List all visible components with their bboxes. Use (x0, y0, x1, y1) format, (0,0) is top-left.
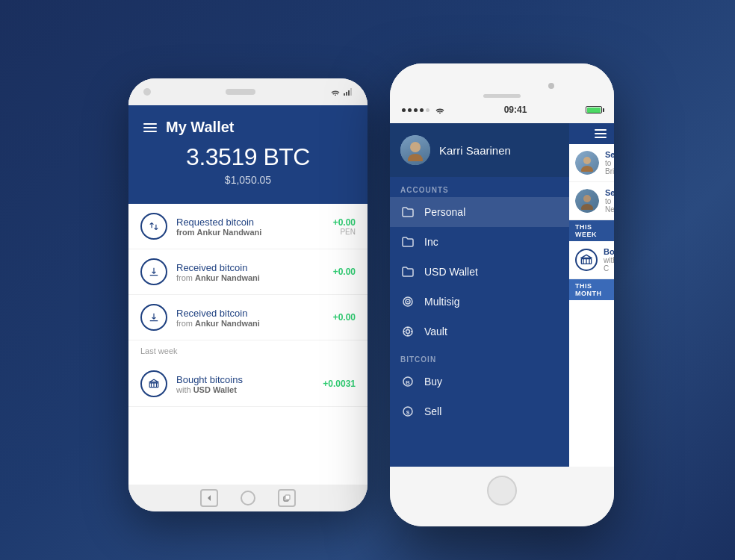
menu-icon[interactable] (143, 123, 157, 132)
signal-icon (344, 88, 353, 96)
tx-value: +0.00 (333, 217, 356, 228)
svg-point-12 (408, 154, 423, 161)
list-item[interactable]: Sent to New (569, 182, 614, 220)
tx-value: +0.00 (333, 267, 356, 277)
arrows-icon (149, 221, 159, 231)
folder-icon (400, 205, 415, 220)
tx-from-name: Ankur Nandwani (195, 319, 260, 328)
sidebar-item-label: USD Wallet (424, 266, 478, 278)
sidebar-item-vault[interactable]: Vault (390, 317, 569, 346)
list-item[interactable]: Sent to Bria (569, 144, 614, 182)
tx-details: Boug with C (604, 247, 608, 273)
tx-title: Boug (604, 247, 608, 256)
android-speaker (226, 89, 255, 95)
android-top-bar (128, 78, 368, 105)
svg-point-27 (581, 166, 593, 172)
svg-point-11 (410, 142, 421, 152)
folder-icon-2 (400, 234, 415, 249)
menu-icon-iphone[interactable] (595, 129, 607, 138)
tx-from-name: Ankur Nandwani (195, 273, 260, 282)
svg-rect-2 (348, 90, 350, 96)
tx-details: Received bitcoin from Ankur Nandwani (176, 308, 324, 328)
sidebar-item-label: Vault (424, 326, 447, 337)
sidebar-item-sell[interactable]: $ Sell (390, 396, 569, 426)
btc-balance: 3.3519 BTC (143, 143, 353, 171)
tx-amount: +0.00 (333, 267, 356, 277)
tx-title: Requested bitcoin (176, 217, 324, 228)
tx-from-name: USD Wallet (193, 385, 237, 394)
tx-from-name: Ankur Nandwani (197, 228, 262, 237)
tx-details: Received bitcoin from Ankur Nandwani (176, 262, 324, 282)
tx-from-label: from (176, 228, 194, 237)
android-nav-bar (128, 485, 368, 511)
tx-status: PEN (333, 228, 356, 236)
sidebar-item-usd-wallet[interactable]: USD Wallet (390, 257, 569, 287)
tx-amount: +0.00 (333, 312, 356, 323)
home-button-iphone[interactable] (487, 476, 517, 505)
week-label: Last week (128, 340, 368, 361)
svg-point-28 (583, 195, 591, 202)
wallet-header: My Wallet 3.3519 BTC $1,050.05 (128, 105, 368, 204)
user-name: Karri Saarinen (439, 144, 511, 157)
svg-point-17 (406, 330, 410, 334)
sidebar-item-buy[interactable]: B Buy (390, 367, 569, 396)
tx-subtitle: from Ankur Nandwani (176, 319, 324, 328)
tx-subtitle: with USD Wallet (176, 385, 314, 394)
buy-icon-circle (575, 249, 598, 271)
table-row[interactable]: Received bitcoin from Ankur Nandwani +0.… (128, 295, 368, 340)
svg-rect-10 (285, 495, 290, 500)
bank-icon (149, 379, 159, 389)
android-status-icons (330, 88, 353, 96)
table-row[interactable]: Received bitcoin from Ankur Nandwani +0.… (128, 249, 368, 295)
bitcoin-buy-icon: B (400, 374, 415, 389)
sidebar-item-label: Sell (424, 405, 441, 417)
request-icon (140, 213, 167, 240)
svg-rect-0 (344, 93, 345, 96)
tx-sub: to Bria (605, 159, 608, 175)
iphone-right-panel: Sent to Bria (569, 123, 614, 467)
sidebar-item-personal[interactable]: Personal (390, 197, 569, 227)
tx-sub: with C (604, 256, 608, 273)
android-screen: My Wallet 3.3519 BTC $1,050.05 Requ (128, 105, 368, 485)
multisig-icon (400, 294, 415, 309)
svg-point-29 (581, 204, 593, 210)
iphone: 09:41 (390, 63, 614, 526)
wallet-title: My Wallet (166, 119, 235, 136)
tx-title: Received bitcoin (176, 308, 324, 319)
buy-icon (140, 370, 167, 397)
svg-rect-3 (350, 88, 352, 96)
home-button[interactable] (241, 491, 255, 505)
svg-text:$: $ (406, 409, 410, 416)
tx-avatar-2 (575, 189, 599, 213)
iphone-front-camera (548, 83, 554, 89)
table-row[interactable]: Bought bitcoins with USD Wallet +0.0031 (128, 361, 368, 407)
tx-title: Bought bitcoins (176, 374, 314, 385)
tx-amount: +0.00 PEN (333, 217, 356, 236)
recents-button[interactable] (278, 489, 296, 507)
back-button[interactable] (200, 489, 218, 507)
iphone-speaker (483, 94, 521, 98)
iphone-bottom-bezel (390, 467, 614, 526)
tx-subtitle: from Ankur Nandwani (176, 273, 324, 282)
battery-icon (586, 106, 602, 113)
svg-marker-8 (208, 495, 211, 501)
svg-point-26 (583, 157, 591, 164)
iphone-time: 09:41 (504, 105, 527, 115)
avatar (400, 135, 430, 165)
iphone-screen: Karri Saarinen ACCOUNTS Personal (390, 123, 614, 467)
svg-text:B: B (406, 379, 410, 386)
tx-title: Sent (605, 188, 608, 197)
folder-icon-3 (400, 264, 415, 279)
table-row[interactable]: Requested bitcoin from Ankur Nandwani +0… (128, 204, 368, 249)
iphone-transaction-list: Sent to Bria (569, 144, 614, 467)
iphone-right-header (569, 123, 614, 144)
transaction-list: Requested bitcoin from Ankur Nandwani +0… (128, 204, 368, 485)
sidebar-item-multisig[interactable]: Multisig (390, 287, 569, 317)
iphone-status-right (586, 106, 602, 113)
sidebar-user-profile[interactable]: Karri Saarinen (390, 123, 569, 177)
sidebar-item-inc[interactable]: Inc (390, 227, 569, 257)
list-item[interactable]: Boug with C (569, 241, 614, 279)
android-phone: My Wallet 3.3519 BTC $1,050.05 Requ (128, 78, 368, 511)
tx-details: Bought bitcoins with USD Wallet (176, 374, 314, 394)
sidebar-item-label: Personal (424, 206, 465, 218)
